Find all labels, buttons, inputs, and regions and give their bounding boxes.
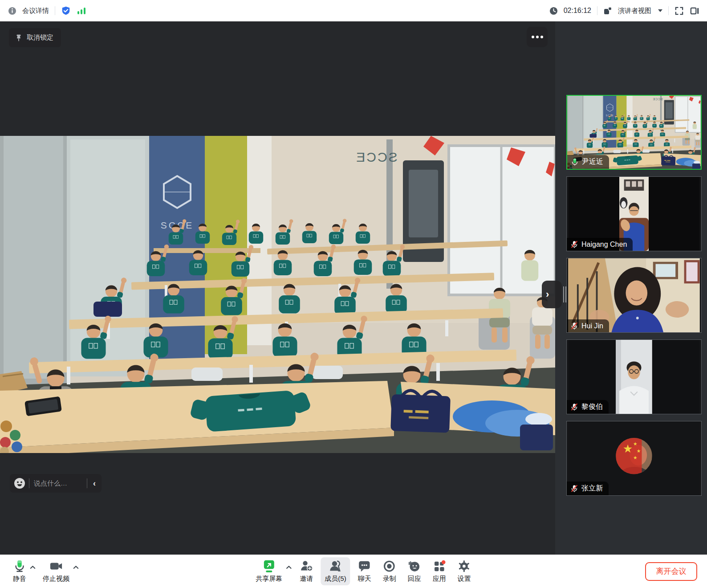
stop-video-button[interactable]: 停止视频 xyxy=(39,557,73,585)
chat-label: 聊天 xyxy=(358,575,371,583)
bottom-toolbar: 静音 停止视频 xyxy=(0,555,707,588)
record-icon xyxy=(383,559,396,573)
share-options-chevron-icon[interactable] xyxy=(285,564,292,571)
share-screen-button[interactable]: 共享屏幕 xyxy=(252,557,286,585)
members-label: 成员(5) xyxy=(325,575,346,583)
svg-text:★: ★ xyxy=(633,455,638,461)
chat-collapse-chevron-icon[interactable]: ‹ xyxy=(87,479,102,488)
main-stage: 取消锁定 说点什么… ‹ › xyxy=(0,21,555,555)
reactions-button[interactable]: 回应 xyxy=(404,557,425,585)
mute-button[interactable]: 静音 xyxy=(9,557,30,585)
mic-muted-icon xyxy=(570,240,578,249)
divider xyxy=(668,6,669,15)
more-options-button[interactable] xyxy=(527,27,548,47)
meeting-timer: 02:16:12 xyxy=(564,7,591,15)
quick-chat-bar: 说点什么… ‹ xyxy=(10,474,102,493)
participant-label: Hui Jin xyxy=(567,319,609,332)
chat-button[interactable]: 聊天 xyxy=(354,557,375,585)
mute-label: 静音 xyxy=(13,575,26,583)
mic-muted-icon xyxy=(570,484,578,493)
security-shield-icon[interactable] xyxy=(61,6,71,16)
svg-text:★: ★ xyxy=(623,442,633,455)
participant-label: 张立新 xyxy=(567,482,609,495)
svg-text:★: ★ xyxy=(633,441,638,447)
camera-icon xyxy=(49,559,63,573)
participant-label: 黎俊伯 xyxy=(567,400,609,414)
pin-icon xyxy=(15,34,23,42)
divider xyxy=(55,6,55,15)
main-video xyxy=(0,136,555,453)
chevron-down-icon[interactable] xyxy=(658,9,662,12)
participant-label: Haigang Chen xyxy=(567,238,633,251)
participant-name: Haigang Chen xyxy=(581,241,627,249)
participant-tile-lijunbo[interactable]: 黎俊伯 xyxy=(566,339,702,414)
mic-muted-icon xyxy=(570,403,578,411)
mic-on-icon xyxy=(571,158,579,166)
meeting-window: 会议详情 02:16:12 演讲者视图 xyxy=(0,0,707,588)
unpin-button[interactable]: 取消锁定 xyxy=(9,28,61,47)
share-screen-label: 共享屏幕 xyxy=(256,575,282,583)
panel-resize-handle[interactable] xyxy=(563,286,567,302)
info-icon[interactable] xyxy=(8,7,16,15)
participant-name: Hui Jin xyxy=(581,322,603,330)
settings-button[interactable]: 设置 xyxy=(454,557,475,585)
apps-grid-icon xyxy=(433,559,446,573)
apps-button[interactable]: 应用 xyxy=(429,557,450,585)
mic-options-chevron-icon[interactable] xyxy=(29,564,36,571)
chat-input[interactable]: 说点什么… xyxy=(29,479,87,488)
reactions-label: 回应 xyxy=(408,575,421,583)
emoji-icon[interactable] xyxy=(10,474,29,493)
more-icon xyxy=(532,36,534,38)
unpin-label: 取消锁定 xyxy=(27,33,53,42)
participant-tile-hui-jin[interactable]: Hui Jin xyxy=(566,258,702,333)
participant-tile-haigang-chen[interactable]: Haigang Chen xyxy=(566,176,702,251)
invite-label: 邀请 xyxy=(300,575,313,583)
chat-bubble-icon xyxy=(358,559,371,573)
reaction-smiley-icon xyxy=(408,559,421,573)
microphone-icon xyxy=(13,559,26,573)
settings-label: 设置 xyxy=(458,575,471,583)
stop-video-label: 停止视频 xyxy=(43,575,69,583)
members-icon xyxy=(329,559,342,573)
record-label: 录制 xyxy=(383,575,396,583)
participant-name: 尹近近 xyxy=(582,157,603,167)
topbar: 会议详情 02:16:12 演讲者视图 xyxy=(0,0,707,21)
divider xyxy=(597,6,597,15)
participant-label: 尹近近 xyxy=(567,155,609,169)
mic-muted-icon xyxy=(570,322,578,330)
participant-name: 黎俊伯 xyxy=(581,402,603,412)
invite-button[interactable]: 邀请 xyxy=(296,557,317,585)
clock-icon xyxy=(549,7,558,15)
share-screen-icon xyxy=(262,559,276,573)
invite-person-icon xyxy=(300,559,313,573)
sidebar-collapse-button[interactable]: › xyxy=(542,281,562,308)
participant-tile-yinjinjin[interactable]: 尹近近 xyxy=(566,95,702,170)
side-panel-toggle-icon[interactable] xyxy=(690,6,699,16)
svg-text:★: ★ xyxy=(637,448,641,454)
gear-icon xyxy=(458,559,471,573)
meeting-details-button[interactable]: 会议详情 xyxy=(22,7,49,15)
video-options-chevron-icon[interactable] xyxy=(73,564,79,571)
participant-tile-zhanglixin[interactable]: ★ ★ ★ ★ 张立新 xyxy=(566,421,702,496)
apps-label: 应用 xyxy=(433,575,446,583)
participants-sidebar: 尹近近 xyxy=(555,21,707,555)
view-mode-dropdown[interactable]: 演讲者视图 xyxy=(618,7,651,15)
participant-name: 张立新 xyxy=(581,484,603,493)
layout-view-icon xyxy=(603,6,612,15)
leave-meeting-button[interactable]: 离开会议 xyxy=(645,562,697,581)
network-signal-icon xyxy=(77,7,86,15)
fullscreen-icon[interactable] xyxy=(674,6,684,16)
record-button[interactable]: 录制 xyxy=(379,557,400,585)
members-button[interactable]: 成员(5) xyxy=(321,557,350,585)
